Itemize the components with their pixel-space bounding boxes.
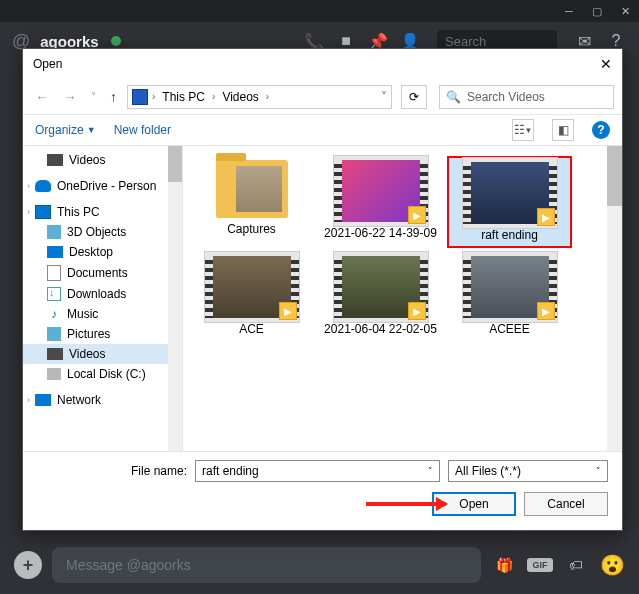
scrollbar[interactable] bbox=[168, 146, 182, 451]
address-bar[interactable]: › This PC › Videos › ˅ bbox=[127, 85, 392, 109]
disk-icon bbox=[47, 368, 61, 380]
file-item[interactable]: Captures bbox=[189, 156, 314, 248]
pic-icon bbox=[47, 327, 61, 341]
gift-icon[interactable]: 🎁 bbox=[491, 552, 517, 578]
search-icon: 🔍 bbox=[446, 90, 461, 104]
dialog-toolbar: Organize ▼ New folder ☷ ▼ ◧ ? bbox=[23, 115, 622, 145]
chevron-right-icon[interactable]: › bbox=[266, 91, 269, 102]
tree-item[interactable]: 3D Objects bbox=[23, 222, 182, 242]
chevron-right-icon[interactable]: › bbox=[152, 91, 155, 102]
breadcrumb[interactable]: Videos bbox=[219, 90, 261, 104]
file-label: Captures bbox=[227, 222, 276, 236]
refresh-button[interactable]: ⟳ bbox=[401, 85, 427, 109]
tree-item-label: Desktop bbox=[69, 245, 113, 259]
close-button[interactable]: ✕ bbox=[611, 0, 639, 22]
filename-label: File name: bbox=[37, 464, 187, 478]
tree-item[interactable]: ›Network bbox=[23, 390, 182, 410]
file-item[interactable]: ▶ACE bbox=[189, 252, 314, 340]
video-thumbnail: ▶ bbox=[209, 256, 295, 318]
file-item[interactable]: ▶2021-06-04 22-02-05 bbox=[318, 252, 443, 340]
minimize-button[interactable]: ─ bbox=[555, 0, 583, 22]
dialog-footer: File name: raft ending˅ All Files (*.*)˅… bbox=[23, 451, 622, 530]
dialog-title: Open bbox=[33, 57, 62, 71]
tree-item[interactable]: ›This PC bbox=[23, 202, 182, 222]
up-button[interactable]: ↑ bbox=[106, 89, 121, 105]
file-item[interactable]: ▶2021-06-22 14-39-09 bbox=[318, 156, 443, 248]
search-input[interactable]: 🔍 Search Videos bbox=[439, 85, 614, 109]
address-dropdown[interactable]: ˅ bbox=[381, 90, 387, 104]
chevron-right-icon[interactable]: › bbox=[212, 91, 215, 102]
tree-item-label: Network bbox=[57, 393, 101, 407]
music-icon: ♪ bbox=[47, 307, 61, 321]
dialog-titlebar: Open ✕ bbox=[23, 49, 622, 79]
recent-dropdown[interactable]: ˅ bbox=[87, 91, 100, 102]
tree-item-label: 3D Objects bbox=[67, 225, 126, 239]
discord-titlebar: ─ ▢ ✕ bbox=[0, 0, 639, 22]
video-thumbnail: ▶ bbox=[338, 256, 424, 318]
sticker-icon[interactable]: 🏷 bbox=[563, 552, 589, 578]
expand-icon[interactable]: › bbox=[27, 395, 30, 405]
organize-menu[interactable]: Organize ▼ bbox=[35, 123, 96, 137]
search-placeholder: Search Videos bbox=[467, 90, 545, 104]
dialog-close-button[interactable]: ✕ bbox=[600, 56, 612, 72]
vid-icon bbox=[47, 154, 63, 166]
gif-button[interactable]: GIF bbox=[527, 558, 553, 572]
tree-item-label: Videos bbox=[69, 347, 105, 361]
vid-icon bbox=[47, 348, 63, 360]
video-thumbnail: ▶ bbox=[467, 256, 553, 318]
navigation-tree[interactable]: Videos›OneDrive - Person›This PC3D Objec… bbox=[23, 146, 183, 451]
tree-item[interactable]: Videos bbox=[23, 344, 182, 364]
tree-item[interactable]: ›OneDrive - Person bbox=[23, 176, 182, 196]
tree-item-label: Documents bbox=[67, 266, 128, 280]
file-filter-dropdown[interactable]: All Files (*.*)˅ bbox=[448, 460, 608, 482]
location-icon bbox=[132, 89, 148, 105]
expand-icon[interactable]: › bbox=[27, 181, 30, 191]
file-label: ACEEE bbox=[489, 322, 530, 336]
tree-item-label: Videos bbox=[69, 153, 105, 167]
maximize-button[interactable]: ▢ bbox=[583, 0, 611, 22]
video-thumbnail: ▶ bbox=[467, 162, 553, 224]
file-list[interactable]: Captures▶2021-06-22 14-39-09▶raft ending… bbox=[183, 146, 622, 451]
file-label: 2021-06-04 22-02-05 bbox=[324, 322, 437, 336]
tree-item-label: This PC bbox=[57, 205, 100, 219]
filename-input[interactable]: raft ending˅ bbox=[195, 460, 440, 482]
tree-item[interactable]: ♪Music bbox=[23, 304, 182, 324]
tree-item-label: OneDrive - Person bbox=[57, 179, 156, 193]
dialog-nav: ← → ˅ ↑ › This PC › Videos › ˅ ⟳ 🔍 Searc… bbox=[23, 79, 622, 115]
preview-pane-button[interactable]: ◧ bbox=[552, 119, 574, 141]
cancel-button[interactable]: Cancel bbox=[524, 492, 608, 516]
doc-icon bbox=[47, 265, 61, 281]
new-folder-button[interactable]: New folder bbox=[114, 123, 171, 137]
scrollbar[interactable] bbox=[607, 146, 622, 451]
tree-item[interactable]: Desktop bbox=[23, 242, 182, 262]
tree-item[interactable]: Pictures bbox=[23, 324, 182, 344]
expand-icon[interactable]: › bbox=[27, 207, 30, 217]
dl-icon bbox=[47, 287, 61, 301]
tree-item[interactable]: Documents bbox=[23, 262, 182, 284]
file-label: raft ending bbox=[481, 228, 538, 242]
3d-icon bbox=[47, 225, 61, 239]
message-input[interactable]: Message @agoorks bbox=[52, 547, 481, 583]
emoji-icon[interactable]: 😮 bbox=[599, 552, 625, 578]
net-icon bbox=[35, 394, 51, 406]
tree-item[interactable]: Videos bbox=[23, 150, 182, 170]
desk-icon bbox=[47, 246, 63, 258]
tree-item-label: Local Disk (C:) bbox=[67, 367, 146, 381]
forward-button[interactable]: → bbox=[59, 89, 81, 105]
back-button[interactable]: ← bbox=[31, 89, 53, 105]
file-open-dialog: Open ✕ ← → ˅ ↑ › This PC › Videos › ˅ ⟳ … bbox=[22, 48, 623, 531]
breadcrumb[interactable]: This PC bbox=[159, 90, 208, 104]
file-item[interactable]: ▶raft ending bbox=[447, 156, 572, 248]
tree-item[interactable]: Local Disk (C:) bbox=[23, 364, 182, 384]
tree-item[interactable]: Downloads bbox=[23, 284, 182, 304]
video-thumbnail: ▶ bbox=[338, 160, 424, 222]
view-menu[interactable]: ☷ ▼ bbox=[512, 119, 534, 141]
tree-item-label: Music bbox=[67, 307, 98, 321]
attach-button[interactable]: + bbox=[14, 551, 42, 579]
file-label: 2021-06-22 14-39-09 bbox=[324, 226, 437, 240]
pc-icon bbox=[35, 205, 51, 219]
file-item[interactable]: ▶ACEEE bbox=[447, 252, 572, 340]
file-label: ACE bbox=[239, 322, 264, 336]
folder-icon bbox=[216, 160, 288, 218]
help-button[interactable]: ? bbox=[592, 121, 610, 139]
